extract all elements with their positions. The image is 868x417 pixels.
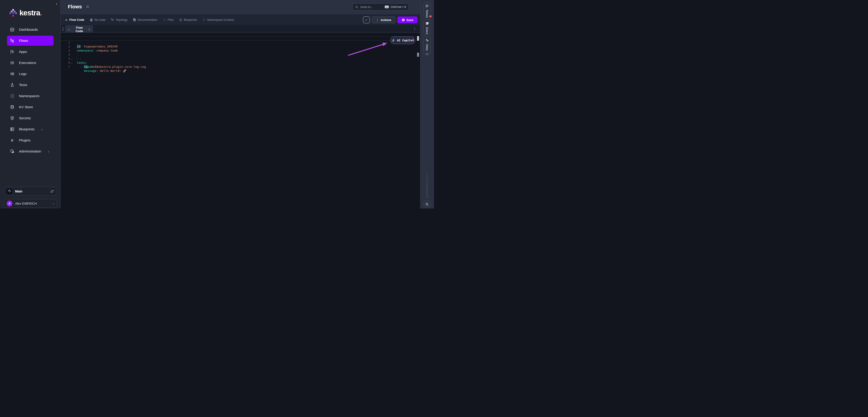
kestra-logo[interactable]: kestra. — [9, 8, 42, 17]
flows-icon — [10, 38, 14, 43]
files-dots-icon — [163, 18, 166, 22]
sidebar-item-plugins[interactable]: Plugins — [7, 135, 54, 145]
user-avatar: A — [6, 201, 12, 206]
overview-ruler-mark — [417, 53, 419, 57]
validation-check-button[interactable]: ✓ — [363, 17, 370, 23]
view-tabs-bar: ‹› Flow Code No-code Topology Documenta — [61, 14, 420, 25]
tab-namespace-context[interactable]: Namespace Context — [203, 18, 234, 22]
sidebar-item-administration[interactable]: Administration › — [7, 147, 54, 156]
jump-to-search[interactable]: Jump to... Ctrl/Cmd + K — [352, 3, 409, 10]
sidebar-item-namespaces[interactable]: Namespaces — [7, 91, 54, 101]
apps-icon — [10, 50, 14, 54]
chevron-right-icon: › — [48, 150, 49, 153]
external-link-icon — [426, 53, 429, 56]
editor-tab-strip: ‹› Flow Code × ⋮ — [61, 25, 420, 33]
code-line: 5 ⌄ - id: hello — [61, 53, 71, 57]
current-line-border-top — [61, 36, 419, 37]
user-name: Alex EMERICH — [15, 202, 50, 205]
sidebar-item-kv-store[interactable]: KV Store — [7, 102, 54, 112]
sidebar-item-apps[interactable]: Apps — [7, 47, 54, 57]
tab-flow-code[interactable]: ‹› Flow Code — [65, 18, 84, 22]
tab-documentation[interactable]: Documentation — [133, 18, 157, 22]
blueprints-icon — [10, 127, 14, 131]
sidebar-item-logs[interactable]: Logs — [7, 69, 54, 79]
blueprints-grid-icon — [179, 18, 182, 22]
keyboard-icon — [385, 5, 389, 8]
code-line: 7 message: Hello World! 🚀 — [61, 61, 71, 65]
search-icon — [355, 5, 358, 8]
current-line-border-bottom — [61, 40, 419, 41]
tab-files[interactable]: Files — [163, 18, 174, 22]
swap-horizontal-icon — [50, 190, 54, 193]
search-placeholder: Jump to... — [360, 5, 383, 8]
page-title: Flows — [68, 4, 82, 10]
kebab-icon: ⋮ — [376, 18, 379, 22]
namespace-switcher[interactable]: Main — [4, 187, 57, 196]
slack-icon — [426, 39, 429, 42]
code-line: 4 ⌄ tasks: — [61, 49, 71, 53]
sidebar-item-label: KV Store — [19, 105, 33, 109]
user-menu[interactable]: A Alex EMERICH › — [4, 199, 57, 208]
namespace-label: Main — [15, 190, 48, 193]
save-button[interactable]: Save — [397, 17, 417, 23]
tests-icon — [10, 83, 14, 87]
help-button[interactable]: Help — [423, 36, 431, 54]
kestra-wordmark: kestra. — [20, 8, 42, 17]
logs-icon — [10, 72, 14, 76]
sidebar-item-label: Tests — [19, 83, 27, 87]
view-tabs: ‹› Flow Code No-code Topology Documenta — [65, 14, 234, 25]
sidebar-item-label: Logs — [19, 72, 27, 76]
sidebar-item-executions[interactable]: Executions — [7, 58, 54, 68]
dashboard-icon — [10, 27, 14, 32]
plug-icon — [10, 138, 14, 142]
actions-button[interactable]: ⋮ Actions — [372, 17, 395, 23]
sidebar: ‹ kestra. Dashboards — [0, 0, 61, 208]
sidebar-item-blueprints[interactable]: Blueprints › — [7, 124, 54, 134]
drag-handle-icon[interactable] — [62, 27, 64, 31]
sidebar-item-label: Apps — [19, 50, 27, 54]
ai-copilot-button[interactable]: AI Copilot — [391, 37, 415, 44]
sidebar-item-flows[interactable]: Flows — [7, 36, 54, 45]
executions-icon — [10, 61, 14, 65]
code-editor[interactable]: 1 id: hippopotamus_269249 2 namespace: c… — [61, 33, 420, 208]
favorite-star-icon[interactable]: ☆ — [86, 4, 89, 9]
namespaces-icon — [10, 94, 14, 98]
editor-tab-flow-code[interactable]: ‹› Flow Code × — [66, 26, 93, 33]
tab-topology[interactable]: Topology — [111, 18, 127, 22]
sidebar-item-label: Blueprints — [19, 127, 35, 131]
search-shortcut: Ctrl/Cmd + K — [391, 5, 406, 8]
fold-chevron-icon[interactable]: ⌄ — [71, 57, 74, 61]
sidebar-item-tests[interactable]: Tests — [7, 80, 54, 90]
sidebar-item-secrets[interactable]: Secrets — [7, 113, 54, 123]
check-icon: ✓ — [365, 18, 368, 22]
sparkle-icon — [391, 38, 395, 42]
chevron-right-icon: › — [41, 127, 42, 131]
fold-chevron-icon[interactable]: ⌄ — [71, 61, 74, 65]
code-brackets-icon: ‹› — [68, 28, 70, 31]
kestra-app: ‹ kestra. Dashboards — [0, 0, 434, 208]
code-line: 3 — [61, 44, 71, 49]
news-flag-icon — [426, 4, 429, 8]
mouse-icon — [90, 18, 93, 22]
sidebar-item-dashboards[interactable]: Dashboards — [7, 25, 54, 35]
tab-blueprints[interactable]: Blueprints — [179, 18, 197, 22]
code-brackets-icon: ‹› — [65, 18, 68, 22]
theme-toggle-button[interactable] — [423, 201, 431, 207]
sidebar-item-label: Flows — [19, 39, 28, 43]
code-line: 1 id: hippopotamus_269249 — [61, 36, 71, 40]
editor-strip-kebab-icon[interactable]: ⋮ — [413, 27, 416, 31]
tab-no-code[interactable]: No-code — [90, 18, 105, 22]
close-icon[interactable]: × — [88, 28, 90, 31]
overview-ruler-mark — [417, 36, 419, 41]
news-notification-dot — [430, 15, 432, 18]
code-line: 6 type: io.kestra.plugin.core.log.Log — [61, 57, 71, 61]
docs-button[interactable]: Docs — [423, 20, 431, 34]
docs-book-icon — [426, 22, 429, 25]
indent-guide — [77, 53, 77, 65]
sidebar-collapse-icon[interactable]: ‹ — [56, 2, 57, 6]
sidebar-item-label: Executions — [19, 61, 36, 65]
shield-account-icon — [10, 149, 14, 154]
topbar: Flows ☆ Jump to... Ctrl/Cmd + K — [61, 0, 420, 14]
sidebar-item-label: Administration — [19, 149, 41, 153]
sidebar-item-label: Namespaces — [19, 94, 39, 98]
